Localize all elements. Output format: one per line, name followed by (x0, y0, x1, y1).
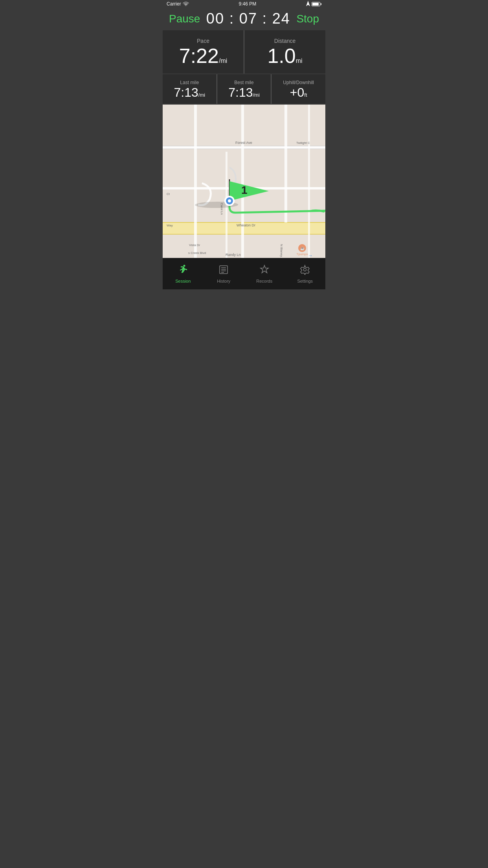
timer-display: 00 : 07 : 24 (206, 10, 290, 27)
svg-text:Way: Way (167, 224, 173, 227)
svg-text:s Creek Blvd: s Creek Blvd (188, 251, 206, 255)
svg-point-42 (183, 265, 185, 267)
last-mile-stat: Last mile 7:13 /mi (163, 74, 216, 104)
tab-history[interactable]: History (204, 258, 244, 289)
svg-text:1: 1 (241, 184, 248, 196)
svg-point-34 (228, 199, 231, 202)
location-icon (306, 1, 310, 7)
svg-rect-13 (284, 105, 287, 223)
svg-text:Vista Dr: Vista Dr (189, 243, 200, 247)
best-mile-label: Best mile (234, 80, 253, 85)
distance-value: 1.0 (267, 46, 295, 66)
status-bar: Carrier 9:46 PM (163, 0, 325, 8)
uphill-stat: Uphill/Downhill +0 ft (272, 74, 325, 104)
records-icon (259, 265, 270, 277)
status-right (306, 1, 321, 7)
svg-text:Ct: Ct (167, 192, 170, 196)
uphill-unit: ft (304, 92, 307, 98)
distance-label: Distance (274, 38, 295, 44)
workout-header: Pause 00 : 07 : 24 Stop (163, 8, 325, 29)
last-mile-label: Last mile (180, 80, 199, 85)
map-view[interactable]: Forest Ave Twilight C Myer Pl Carol Ln W… (163, 105, 325, 270)
stop-button[interactable]: Stop (296, 13, 319, 25)
pace-stat: Pace 7:22 /mi (163, 30, 244, 74)
stats-top-row: Pace 7:22 /mi Distance 1.0 mi (163, 30, 325, 74)
history-icon (218, 265, 229, 277)
tab-session[interactable]: Session (163, 258, 204, 289)
svg-text:Randy Ln: Randy Ln (226, 253, 241, 257)
svg-text:Forest Ave: Forest Ave (235, 141, 252, 145)
pause-button[interactable]: Pause (169, 13, 200, 25)
svg-point-48 (304, 268, 306, 271)
session-icon (178, 265, 188, 277)
distance-stat: Distance 1.0 mi (244, 30, 325, 74)
svg-rect-14 (308, 105, 310, 270)
svg-text:Twilight C: Twilight C (296, 141, 310, 145)
distance-unit: mi (296, 57, 303, 64)
last-mile-value: 7:13 (174, 86, 198, 99)
svg-point-0 (185, 5, 186, 6)
uphill-label: Uphill/Downhill (283, 80, 314, 85)
uphill-value: +0 (290, 86, 304, 99)
last-mile-unit: /mi (198, 92, 205, 98)
pace-label: Pace (197, 38, 209, 44)
svg-text:Tpumps: Tpumps (297, 252, 308, 256)
battery-indicator (312, 2, 321, 6)
svg-text:Wheaton Dr: Wheaton Dr (237, 223, 255, 227)
stats-bottom-row: Last mile 7:13 /mi Best mile 7:13 /mi Up… (163, 74, 325, 104)
tab-settings[interactable]: Settings (285, 258, 326, 289)
svg-text:☕: ☕ (300, 246, 305, 251)
history-tab-label: History (217, 279, 230, 283)
records-tab-label: Records (256, 279, 272, 283)
svg-text:→: → (308, 253, 313, 258)
session-tab-label: Session (175, 279, 191, 283)
best-mile-unit: /mi (253, 92, 259, 98)
settings-tab-label: Settings (297, 279, 313, 283)
pace-value: 7:22 (179, 46, 219, 66)
pace-unit: /mi (219, 57, 227, 64)
best-mile-value: 7:13 (228, 86, 253, 99)
best-mile-stat: Best mile 7:13 /mi (217, 74, 271, 104)
tab-bar: Session History Records (163, 258, 325, 289)
tab-records[interactable]: Records (244, 258, 285, 289)
wifi-icon (183, 1, 189, 7)
svg-marker-1 (306, 1, 310, 6)
status-time: 9:46 PM (238, 1, 256, 7)
carrier-label: Carrier (167, 1, 181, 7)
settings-icon (300, 265, 310, 277)
status-left: Carrier (167, 1, 189, 7)
